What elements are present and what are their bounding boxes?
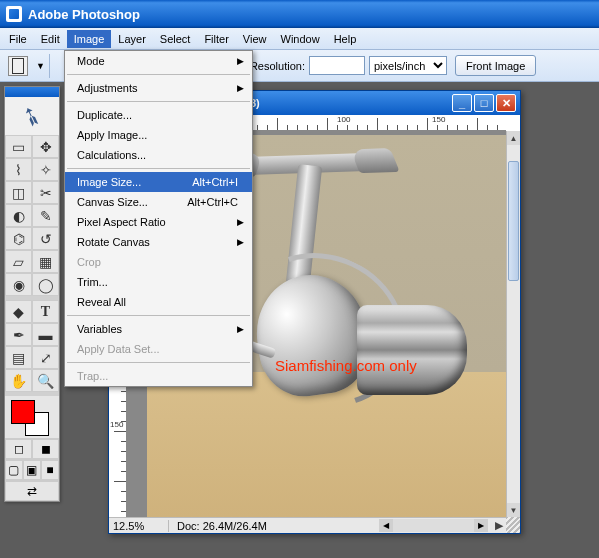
lasso-tool[interactable]: ⌇ [5,158,32,181]
imageready-button[interactable]: ⇄ [5,481,59,501]
submenu-arrow-icon: ▶ [237,237,244,247]
screen-mode-full-menus[interactable]: ▣ [23,460,41,480]
history-brush-tool[interactable]: ↺ [32,227,59,250]
screen-mode-full[interactable]: ■ [41,460,59,480]
feather-icon: ➶ [16,98,47,135]
shortcut-label: Alt+Ctrl+C [187,196,238,208]
menu-help[interactable]: Help [327,30,364,48]
eraser-tool[interactable]: ▱ [5,250,32,273]
move-tool[interactable]: ✥ [32,135,59,158]
menu-item-trap: Trap... [65,366,252,386]
submenu-arrow-icon: ▶ [237,83,244,93]
horizontal-scrollbar[interactable]: ◀ ▶ [379,519,488,532]
resolution-units-select[interactable]: pixels/inch [369,56,447,75]
crop-tool-icon[interactable] [8,56,28,76]
menu-item-adjustments[interactable]: Adjustments▶ [65,78,252,98]
scrollbar-thumb[interactable] [508,161,519,281]
path-selection-tool[interactable]: ◆ [5,300,32,323]
notes-tool[interactable]: ▤ [5,346,32,369]
scroll-up-arrow-icon[interactable]: ▲ [507,131,520,145]
minimize-button[interactable]: _ [452,94,472,112]
quickmask-mode-button[interactable]: ◼ [32,439,59,459]
menubar: File Edit Image Layer Select Filter View… [0,28,599,50]
clone-stamp-tool[interactable]: ⌬ [5,227,32,250]
document-statusbar: 12.5% Doc: 26.4M/26.4M ▶ ◀ ▶ [109,517,506,533]
color-swatches [5,396,59,438]
brush-tool[interactable]: ✎ [32,204,59,227]
resolution-label: Resolution: [250,60,305,72]
marquee-tool[interactable]: ▭ [5,135,32,158]
crop-tool[interactable]: ◫ [5,181,32,204]
menu-image[interactable]: Image [67,30,112,48]
pen-tool[interactable]: ✒ [5,323,32,346]
submenu-arrow-icon: ▶ [237,56,244,66]
hand-tool[interactable]: ✋ [5,369,32,392]
menu-item-calculations[interactable]: Calculations... [65,145,252,165]
menu-item-rotate-canvas[interactable]: Rotate Canvas▶ [65,232,252,252]
magic-wand-tool[interactable]: ✧ [32,158,59,181]
foreground-color-swatch[interactable] [11,400,35,424]
gradient-tool[interactable]: ▦ [32,250,59,273]
standard-mode-button[interactable]: ◻ [5,439,32,459]
healing-brush-tool[interactable]: ◐ [5,204,32,227]
menu-edit[interactable]: Edit [34,30,67,48]
menu-item-reveal-all[interactable]: Reveal All [65,292,252,312]
menu-item-apply-image[interactable]: Apply Image... [65,125,252,145]
scroll-left-arrow-icon[interactable]: ◀ [379,519,393,532]
menu-item-pixel-aspect[interactable]: Pixel Aspect Ratio▶ [65,212,252,232]
menu-item-trim[interactable]: Trim... [65,272,252,292]
menu-window[interactable]: Window [274,30,327,48]
menu-select[interactable]: Select [153,30,198,48]
menu-file[interactable]: File [2,30,34,48]
type-tool[interactable]: T [32,300,59,323]
menu-item-image-size[interactable]: Image Size...Alt+Ctrl+I [65,172,252,192]
submenu-arrow-icon: ▶ [237,217,244,227]
app-icon [6,6,22,22]
maximize-button[interactable]: □ [474,94,494,112]
app-title: Adobe Photoshop [28,7,140,22]
resolution-input[interactable] [309,56,365,75]
dodge-tool[interactable]: ◯ [32,273,59,296]
screen-mode-standard[interactable]: ▢ [5,460,23,480]
front-image-button[interactable]: Front Image [455,55,536,76]
menu-item-canvas-size[interactable]: Canvas Size...Alt+Ctrl+C [65,192,252,212]
zoom-level-field[interactable]: 12.5% [109,520,169,532]
submenu-arrow-icon: ▶ [237,324,244,334]
vertical-scrollbar[interactable]: ▲ ▼ [506,131,520,517]
menu-item-duplicate[interactable]: Duplicate... [65,105,252,125]
menu-layer[interactable]: Layer [111,30,153,48]
menu-view[interactable]: View [236,30,274,48]
close-button[interactable]: ✕ [496,94,516,112]
image-menu-dropdown: Mode▶ Adjustments▶ Duplicate... Apply Im… [64,50,253,387]
scroll-right-arrow-icon[interactable]: ▶ [474,519,488,532]
shape-tool[interactable]: ▬ [32,323,59,346]
blur-tool[interactable]: ◉ [5,273,32,296]
menu-item-variables[interactable]: Variables▶ [65,319,252,339]
eyedropper-tool[interactable]: ⤢ [32,346,59,369]
menu-filter[interactable]: Filter [197,30,235,48]
toolbox: ➶ ▭ ✥ ⌇ ✧ ◫ ✂ ◐ ✎ ⌬ ↺ ▱ ▦ ◉ ◯ ◆ T ✒ ▬ ▤ … [4,86,60,502]
resize-grip[interactable] [506,517,520,533]
toolbox-titlebar[interactable] [5,87,59,97]
shortcut-label: Alt+Ctrl+I [192,176,238,188]
slice-tool[interactable]: ✂ [32,181,59,204]
menu-item-mode[interactable]: Mode▶ [65,51,252,71]
zoom-tool[interactable]: 🔍 [32,369,59,392]
status-menu-arrow-icon[interactable]: ▶ [492,519,506,532]
menu-item-crop: Crop [65,252,252,272]
scroll-down-arrow-icon[interactable]: ▼ [507,503,520,517]
menu-item-apply-data-set: Apply Data Set... [65,339,252,359]
app-titlebar: Adobe Photoshop [0,0,599,28]
photoshop-logo: ➶ [5,97,59,135]
